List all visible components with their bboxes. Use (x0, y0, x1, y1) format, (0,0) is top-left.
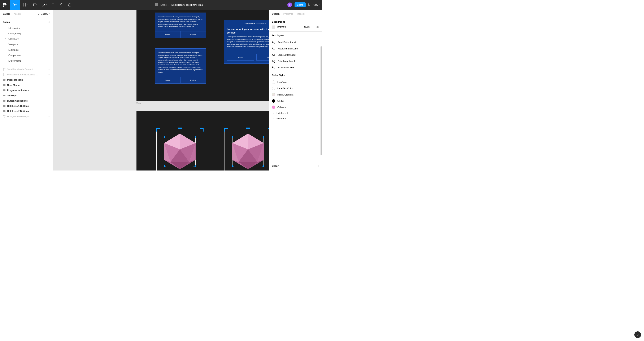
chevron-right-icon: ▸ (273, 118, 274, 120)
zoom-control[interactable]: 42% ▾ (313, 3, 320, 6)
accept-button[interactable]: Accept (227, 54, 254, 60)
color-styles-section: Color Styles IconColorLabelTextColorMRTK… (269, 71, 322, 124)
text-style-item[interactable]: AgMediumButtonLabel (272, 45, 319, 52)
decline-button[interactable]: Decline (180, 77, 206, 83)
left-panel: Layers Assets UI Gallery ⌃ Pages + Intro… (0, 10, 53, 170)
canvas-area[interactable]: Lorem ipsum dolor sit amet, consectetuer… (53, 10, 269, 170)
decline-button[interactable]: Decline (256, 54, 269, 60)
color-style-item[interactable]: Callouts (272, 104, 319, 110)
svg-rect-14 (3, 101, 5, 101)
layer-item[interactable]: HoloLens 2 Buttons (0, 108, 53, 114)
page-item[interactable]: UI Gallery (0, 36, 53, 42)
share-button[interactable]: Share (294, 2, 306, 7)
text-styles-section: Text Styles AgSmallButtonLabelAgMediumBu… (269, 32, 322, 71)
layer-item[interactable]: Near Menus (0, 82, 53, 87)
text-style-preview: Ag (272, 60, 276, 63)
background-swatch[interactable] (272, 25, 275, 29)
tab-design[interactable]: Design (272, 12, 280, 15)
dialog-small-1[interactable]: Lorem ipsum dolor sit amet, consectetuer… (155, 12, 206, 38)
svg-rect-16 (3, 106, 5, 107)
page-item[interactable]: Experiments (0, 58, 53, 63)
layers-section: SlatePlaceholderContent⇢PressableButtonH… (0, 65, 53, 170)
text-tool-button[interactable] (49, 0, 57, 10)
layer-item[interactable]: Miscellaneous (0, 77, 53, 82)
text-style-item[interactable]: AgHL1ButtonLabel (272, 64, 319, 71)
user-avatar[interactable]: Y (288, 2, 292, 7)
page-item[interactable]: Viewports (0, 42, 53, 47)
canvas-frame-dialogs[interactable]: Lorem ipsum dolor sit amet, consectetuer… (136, 10, 269, 101)
right-panel-scrollbar[interactable] (320, 19, 322, 124)
color-swatch (272, 93, 275, 96)
layer-item[interactable]: SlatePlaceholderContent⇢ (0, 67, 53, 72)
text-style-item[interactable]: AgSmallButtonLabel (272, 39, 319, 45)
color-styles-header: Color Styles (272, 74, 319, 76)
color-style-item[interactable]: UIBkg (272, 98, 319, 104)
canvas-frame-bounding-boxes[interactable] (136, 111, 269, 170)
dialog-small-2[interactable]: Lorem ipsum dolor sit amet, consectetuer… (155, 48, 206, 84)
layer-item[interactable]: PressableButtonHoloLens2_...⇢ (0, 72, 53, 77)
link-icon: ⇢ (48, 73, 50, 76)
text-style-preview: Ag (272, 66, 276, 69)
window-icon (155, 3, 158, 6)
tab-layers[interactable]: Layers (3, 12, 10, 15)
separator: / (169, 3, 170, 6)
comment-tool-button[interactable] (66, 0, 74, 10)
svg-rect-4 (157, 5, 158, 6)
color-swatch (272, 106, 275, 109)
text-style-preview: Ag (272, 53, 276, 56)
background-opacity[interactable]: 100% (304, 26, 310, 28)
accept-button[interactable]: Accept (155, 31, 180, 38)
bounding-box-2[interactable] (224, 128, 269, 170)
color-style-item[interactable]: IconColor (272, 79, 319, 85)
svg-rect-0 (33, 3, 36, 6)
background-hex[interactable]: E5E5E5 (277, 26, 286, 28)
autolayout-icon (3, 99, 6, 102)
decline-button[interactable]: Decline (180, 31, 206, 38)
svg-rect-11 (3, 95, 5, 95)
export-section[interactable]: Export + (269, 161, 322, 170)
present-button[interactable] (308, 3, 311, 6)
color-style-group[interactable]: ▸HoloLens 2 (272, 110, 319, 116)
tab-inspect[interactable]: Inspect (297, 12, 304, 15)
hand-tool-button[interactable] (57, 0, 66, 10)
move-tool-button[interactable]: ▾ (10, 0, 20, 10)
toolbar-title-area[interactable]: Drafts / Mixed Reality Toolkit for Figma… (74, 3, 288, 6)
color-style-group[interactable]: ▸HoloLens1 (272, 116, 319, 121)
right-panel-tabs: Design Prototype Inspect (269, 10, 322, 18)
bounding-box-1[interactable] (156, 128, 203, 170)
layer-item[interactable]: HoloLens 1 Buttons (0, 103, 53, 108)
pages-header: Pages + (0, 18, 53, 25)
page-item[interactable]: Change Log (0, 31, 53, 36)
add-page-button[interactable]: + (48, 20, 50, 24)
figma-menu-button[interactable]: ▾ (0, 0, 10, 10)
visibility-toggle-icon[interactable] (316, 26, 319, 28)
color-style-item[interactable]: LabelTextColor (272, 85, 319, 91)
background-row[interactable]: E5E5E5 100% (272, 25, 319, 29)
tab-prototype[interactable]: Prototype (284, 12, 293, 15)
text-style-item[interactable]: AgLargeButtonLabel (272, 52, 319, 58)
frame-tool-button[interactable]: ▾ (20, 0, 30, 10)
layer-item[interactable]: Button Collections (0, 98, 53, 103)
right-panel: Design Prototype Inspect Background E5E5… (269, 10, 322, 170)
page-item[interactable]: Introduction (0, 25, 53, 31)
frame-label[interactable]: Dialog (136, 102, 141, 104)
layer-item[interactable]: Progress Indicators (0, 87, 53, 93)
autolayout-icon (3, 105, 6, 107)
folder-name: Drafts (160, 3, 166, 6)
pen-tool-button[interactable]: ▾ (40, 0, 49, 10)
svg-marker-40 (238, 162, 258, 169)
text-style-item[interactable]: AgExtraLargeLabel (272, 58, 319, 64)
add-export-button[interactable]: + (318, 164, 319, 168)
layer-item[interactable]: ToolTips (0, 93, 53, 98)
page-item[interactable]: Examples (0, 47, 53, 52)
color-style-item[interactable]: MRTK Gradient (272, 91, 319, 98)
autolayout-icon (3, 110, 6, 112)
page-selector[interactable]: UI Gallery ⌃ (38, 12, 50, 15)
shape-tool-button[interactable]: ▾ (30, 0, 40, 10)
accept-button[interactable]: Accept (155, 77, 180, 83)
tab-assets[interactable]: Assets (14, 12, 20, 15)
dialog-large[interactable]: Connect to the cloud service Let's conne… (224, 20, 269, 64)
page-item[interactable]: Components (0, 52, 53, 58)
svg-rect-1 (155, 3, 156, 4)
layer-item[interactable]: HologramResizeGlyph⇢ (0, 114, 53, 119)
